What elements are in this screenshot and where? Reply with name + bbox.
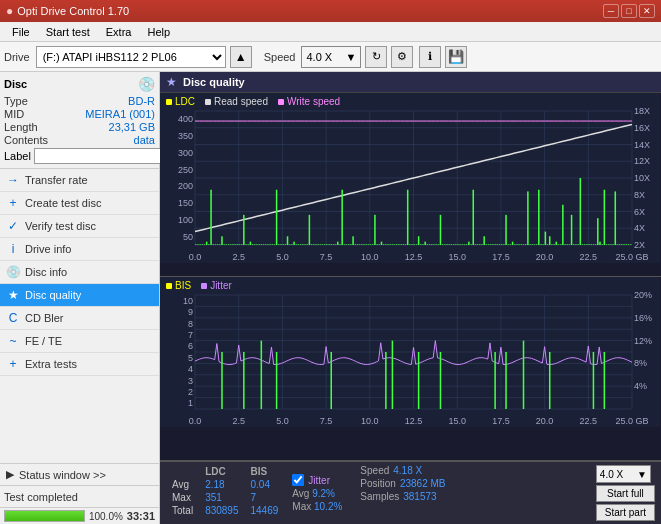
disc-section-label: Disc (4, 78, 27, 90)
info-button[interactable]: ℹ (419, 46, 441, 68)
samples-stat-label: Samples (360, 491, 399, 502)
start-full-button[interactable]: Start full (596, 485, 655, 502)
disc-label-input[interactable] (34, 148, 167, 164)
legend-ldc-label: LDC (175, 96, 195, 107)
menu-start-test[interactable]: Start test (38, 24, 98, 40)
sidebar-item-fe-te[interactable]: ~ FE / TE (0, 330, 159, 353)
menu-file[interactable]: File (4, 24, 38, 40)
disc-info-icon: 💿 (6, 265, 20, 279)
sidebar-fe-te-label: FE / TE (25, 335, 62, 347)
stats-speed-arrow-icon: ▼ (637, 469, 647, 480)
title-bar: ● Opti Drive Control 1.70 ─ □ ✕ (0, 0, 661, 22)
cd-bler-icon: C (6, 311, 20, 325)
chart1-legend: LDC Read speed Write speed (166, 96, 340, 107)
jitter-max-row: Max 10.2% (292, 501, 342, 512)
drive-info-icon: i (6, 242, 20, 256)
chart1-canvas (160, 93, 660, 263)
toolbar: Drive (F:) ATAPI iHBS112 2 PL06 ▲ Speed … (0, 42, 661, 72)
bis-dot (166, 283, 172, 289)
menu-help[interactable]: Help (139, 24, 178, 40)
charts-area: LDC Read speed Write speed (160, 93, 661, 524)
disc-label-text: Label (4, 150, 31, 162)
stats-table: LDC BIS Avg 2.18 0.04 Max 351 7 (166, 465, 284, 521)
sidebar-progress-percent: 100.0% (89, 511, 123, 522)
sidebar-progress-bar-container (4, 510, 85, 522)
disc-mid-value: MEIRA1 (001) (85, 108, 155, 120)
disc-section: Disc 💿 Type BD-R MID MEIRA1 (001) Length… (0, 72, 159, 169)
disc-length-value: 23,31 GB (109, 121, 155, 133)
status-window-label: Status window >> (19, 469, 106, 481)
position-stat-value: 23862 MB (400, 478, 446, 489)
stats-row-total-bis: 14469 (245, 504, 285, 517)
disc-icon: 💿 (138, 76, 155, 92)
extra-tests-icon: + (6, 357, 20, 371)
sidebar-progress-row: 100.0% 33:31 (0, 507, 159, 524)
speed-selector-action: 4.0 X ▼ Start full Start part (596, 465, 655, 521)
status-window-icon: ▶ (6, 468, 14, 481)
stats-row-max-ldc: 351 (199, 491, 244, 504)
sidebar-item-create-test-disc[interactable]: + Create test disc (0, 192, 159, 215)
legend-write-speed-label: Write speed (287, 96, 340, 107)
write-speed-dot (278, 99, 284, 105)
sidebar-item-drive-info[interactable]: i Drive info (0, 238, 159, 261)
drive-label: Drive (4, 51, 30, 63)
status-completed-text: Test completed (4, 491, 78, 503)
stats-speed-value: 4.0 X (600, 469, 623, 480)
disc-label-row: Label ✎ (4, 148, 155, 164)
legend-read-speed: Read speed (205, 96, 268, 107)
sidebar-item-cd-bler[interactable]: C CD Bler (0, 307, 159, 330)
status-window-item[interactable]: ▶ Status window >> (0, 463, 159, 485)
minimize-button[interactable]: ─ (603, 4, 619, 18)
sidebar-item-disc-quality[interactable]: ★ Disc quality (0, 284, 159, 307)
save-button[interactable]: 💾 (445, 46, 467, 68)
stats-header-ldc: LDC (199, 465, 244, 478)
stats-speed-dropdown[interactable]: 4.0 X ▼ (596, 465, 651, 483)
stats-row-max-label: Max (166, 491, 199, 504)
legend-read-speed-label: Read speed (214, 96, 268, 107)
start-part-button[interactable]: Start part (596, 504, 655, 521)
stats-row-avg-ldc: 2.18 (199, 478, 244, 491)
sidebar-verify-test-label: Verify test disc (25, 220, 96, 232)
right-stats: Speed 4.18 X Position 23862 MB Samples 3… (360, 465, 445, 521)
settings-button[interactable]: ⚙ (391, 46, 413, 68)
fe-te-icon: ~ (6, 334, 20, 348)
sidebar-item-disc-info[interactable]: 💿 Disc info (0, 261, 159, 284)
eject-button[interactable]: ▲ (230, 46, 252, 68)
maximize-button[interactable]: □ (621, 4, 637, 18)
disc-type-row: Type BD-R (4, 95, 155, 107)
title-bar-title: ● Opti Drive Control 1.70 (6, 4, 129, 18)
sidebar-item-transfer-rate[interactable]: → Transfer rate (0, 169, 159, 192)
sidebar-extra-tests-label: Extra tests (25, 358, 77, 370)
refresh-button[interactable]: ↻ (365, 46, 387, 68)
jitter-section: Jitter (292, 474, 342, 486)
disc-contents-label: Contents (4, 134, 48, 146)
sidebar-transfer-rate-label: Transfer rate (25, 174, 88, 186)
chart-header-title: Disc quality (183, 76, 245, 88)
stats-row-total-label: Total (166, 504, 199, 517)
sidebar-cd-bler-label: CD Bler (25, 312, 64, 324)
jitter-avg-value: 9.2% (312, 488, 335, 499)
sidebar-item-verify-test-disc[interactable]: ✓ Verify test disc (0, 215, 159, 238)
disc-contents-row: Contents data (4, 134, 155, 146)
jitter-dot (201, 283, 207, 289)
speed-stat-label: Speed (360, 465, 389, 476)
chart1-container: LDC Read speed Write speed (160, 93, 661, 277)
speed-value: 4.0 X (306, 51, 332, 63)
stats-panel: LDC BIS Avg 2.18 0.04 Max 351 7 (160, 461, 661, 524)
chart-header-icon: ★ (166, 75, 177, 89)
drive-select[interactable]: (F:) ATAPI iHBS112 2 PL06 (36, 46, 226, 68)
speed-stat-value: 4.18 X (393, 465, 422, 476)
disc-mid-row: MID MEIRA1 (001) (4, 108, 155, 120)
chart2-legend: BIS Jitter (166, 280, 232, 291)
menu-extra[interactable]: Extra (98, 24, 140, 40)
close-button[interactable]: ✕ (639, 4, 655, 18)
sidebar-item-extra-tests[interactable]: + Extra tests (0, 353, 159, 376)
legend-bis: BIS (166, 280, 191, 291)
jitter-max-value: 10.2% (314, 501, 342, 512)
transfer-rate-icon: → (6, 173, 20, 187)
sidebar-drive-info-label: Drive info (25, 243, 71, 255)
jitter-checkbox[interactable] (292, 474, 304, 486)
title-bar-controls: ─ □ ✕ (603, 4, 655, 18)
speed-dropdown[interactable]: 4.0 X ▼ (301, 46, 361, 68)
dropdown-arrow-icon: ▼ (346, 51, 357, 63)
